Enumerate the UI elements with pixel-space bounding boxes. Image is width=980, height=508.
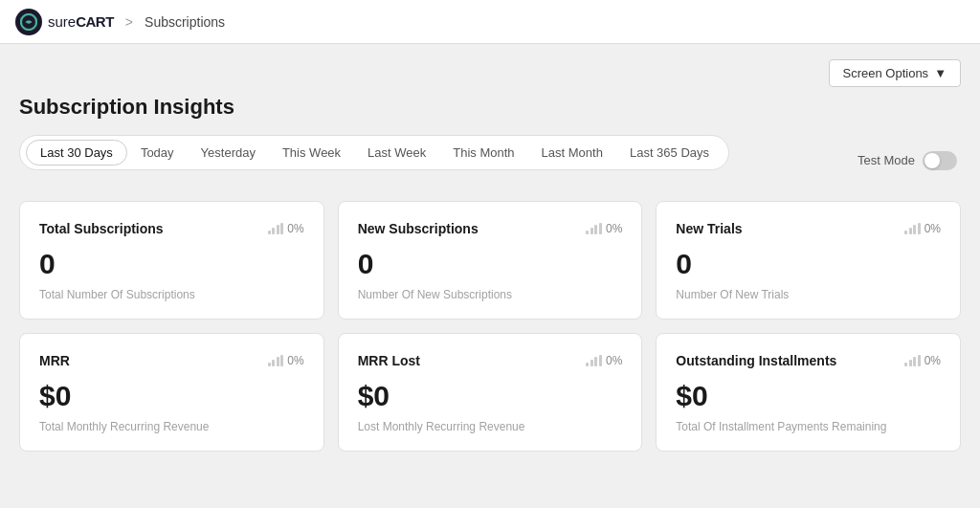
card-mrr-lost: MRR Lost 0% $0 Lost Monthly Recurring Re… [338,333,643,452]
card-desc-mrr: Total Monthly Recurring Revenue [39,420,304,433]
card-badge-total-subscriptions: 0% [268,222,304,235]
test-mode-label: Test Mode [858,153,915,167]
card-badge-mrr-lost: 0% [586,354,622,367]
test-mode-toggle[interactable] [923,151,957,170]
card-badge-outstanding-installments: 0% [904,354,941,367]
card-desc-new-trials: Number Of New Trials [676,288,941,301]
card-title-mrr-lost: MRR Lost [358,353,420,368]
bar-chart-icon-mrr [268,355,284,366]
card-header-outstanding-installments: Outstanding Installments 0% [676,353,941,368]
filter-row: Last 30 DaysTodayYesterdayThis WeekLast … [19,135,961,186]
filter-tab-lastweek[interactable]: Last Week [354,141,439,165]
card-badge-value-mrr-lost: 0% [606,354,622,367]
card-header-mrr-lost: MRR Lost 0% [358,353,623,368]
cards-grid: Total Subscriptions 0% 0 Total Number Of… [19,201,961,452]
bar-chart-icon-new-trials [904,223,921,234]
card-value-outstanding-installments: $0 [676,380,941,412]
bar-chart-icon-new-subscriptions [586,223,602,234]
card-badge-value-new-trials: 0% [924,222,941,235]
card-desc-total-subscriptions: Total Number Of Subscriptions [39,288,304,301]
surecart-logo-icon [15,9,42,35]
card-desc-new-subscriptions: Number Of New Subscriptions [358,288,623,301]
card-value-mrr-lost: $0 [358,380,623,412]
card-title-new-trials: New Trials [676,221,742,236]
bar-chart-icon-total-subscriptions [268,223,284,234]
screen-options-label: Screen Options [843,66,929,80]
card-badge-value-total-subscriptions: 0% [287,222,303,235]
card-desc-outstanding-installments: Total Of Installment Payments Remaining [676,420,941,433]
logo-area: sureCART > Subscriptions [15,9,225,35]
breadcrumb-current: Subscriptions [145,14,225,30]
screen-options-button[interactable]: Screen Options ▼ [829,59,961,87]
screen-options-row: Screen Options ▼ [19,59,961,87]
test-mode-area: Test Mode [858,151,961,170]
filter-bar: Last 30 DaysTodayYesterdayThis WeekLast … [19,135,729,170]
top-bar: sureCART > Subscriptions [0,0,980,44]
card-value-mrr: $0 [39,380,304,412]
card-badge-new-trials: 0% [904,222,941,235]
card-new-trials: New Trials 0% 0 Number Of New Trials [656,201,961,320]
screen-options-arrow: ▼ [934,66,947,80]
main-content: Screen Options ▼ Subscription Insights L… [0,44,980,467]
card-mrr: MRR 0% $0 Total Monthly Recurring Revenu… [19,333,324,452]
card-header-mrr: MRR 0% [39,353,304,368]
filter-tab-thisweek[interactable]: This Week [269,141,354,165]
card-header-total-subscriptions: Total Subscriptions 0% [39,221,304,236]
bar-chart-icon-outstanding-installments [904,355,921,366]
filter-tab-last30[interactable]: Last 30 Days [26,140,127,166]
filter-tab-last365[interactable]: Last 365 Days [616,141,723,165]
card-header-new-subscriptions: New Subscriptions 0% [358,221,623,236]
card-desc-mrr-lost: Lost Monthly Recurring Revenue [358,420,623,433]
card-value-new-subscriptions: 0 [358,248,623,280]
card-title-outstanding-installments: Outstanding Installments [676,353,836,368]
filter-tab-lastmonth[interactable]: Last Month [528,141,616,165]
filter-tab-today[interactable]: Today [127,141,188,165]
card-total-subscriptions: Total Subscriptions 0% 0 Total Number Of… [19,201,324,320]
card-header-new-trials: New Trials 0% [676,221,941,236]
card-title-new-subscriptions: New Subscriptions [358,221,479,236]
breadcrumb-separator: > [125,14,133,30]
card-title-total-subscriptions: Total Subscriptions [39,221,164,236]
card-title-mrr: MRR [39,353,70,368]
card-outstanding-installments: Outstanding Installments 0% $0 Total Of … [656,333,961,452]
card-value-total-subscriptions: 0 [39,248,304,280]
card-new-subscriptions: New Subscriptions 0% 0 Number Of New Sub… [338,201,643,320]
bar-chart-icon-mrr-lost [586,355,602,366]
card-value-new-trials: 0 [676,248,941,280]
filter-tab-thismonth[interactable]: This Month [439,141,527,165]
card-badge-value-outstanding-installments: 0% [924,354,941,367]
page-title: Subscription Insights [19,95,961,120]
card-badge-value-new-subscriptions: 0% [606,222,622,235]
card-badge-value-mrr: 0% [287,354,303,367]
card-badge-mrr: 0% [268,354,304,367]
brand-name: sureCART [48,13,114,30]
filter-tab-yesterday[interactable]: Yesterday [188,141,269,165]
card-badge-new-subscriptions: 0% [586,222,622,235]
